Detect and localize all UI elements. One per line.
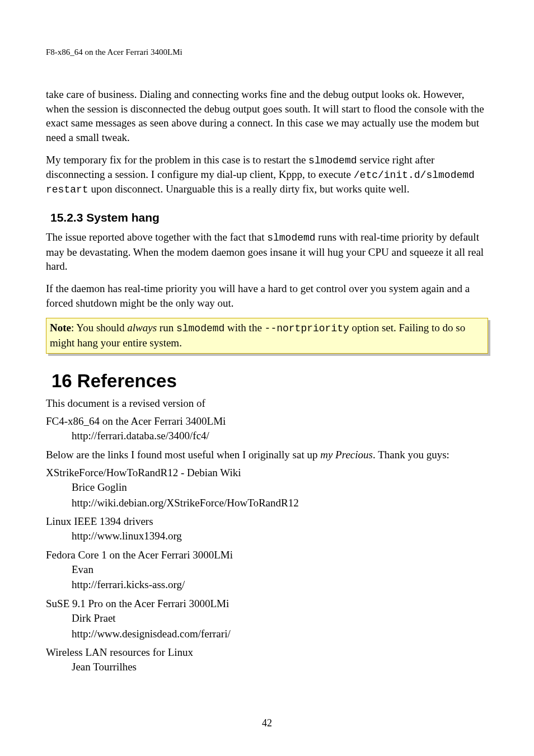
reference-title: SuSE 9.1 Pro on the Acer Ferrari 3000LMi — [46, 598, 488, 610]
text: My temporary fix for the problem in this… — [46, 154, 308, 166]
reference-self: FC4-x86_64 on the Acer Ferrari 3400LMi h… — [46, 415, 488, 443]
section-heading-references: 16 References — [51, 370, 488, 392]
reference-title: Fedora Core 1 on the Acer Ferrari 3000LM… — [46, 549, 488, 561]
reference-url: http://ferrari.kicks-ass.org/ — [72, 577, 488, 592]
note-callout: Note: You should always run slmodemd wit… — [46, 318, 488, 354]
running-header: F8-x86_64 on the Acer Ferrari 3400LMi — [46, 48, 488, 57]
reference-title: XStrikeForce/HowToRandR12 - Debian Wiki — [46, 467, 488, 479]
reference-author: Brice Goglin — [72, 480, 488, 495]
reference-item: Wireless LAN resources for Linux Jean To… — [46, 646, 488, 674]
subsection-heading: 15.2.3 System hang — [50, 211, 488, 224]
reference-author: Jean Tourrilhes — [72, 660, 488, 674]
page-number: 42 — [0, 717, 534, 729]
paragraph-carryover: take care of business. Dialing and conne… — [46, 87, 488, 145]
text: : You should — [71, 322, 127, 334]
text: . Thank you guys: — [373, 449, 449, 461]
reference-title: Wireless LAN resources for Linux — [46, 646, 488, 659]
reference-author: Dirk Praet — [72, 611, 488, 626]
references-intro-a: This document is a revised version of — [46, 397, 488, 410]
inline-code: slmodemd — [308, 155, 357, 166]
inline-code: slmodemd — [267, 232, 315, 243]
reference-item: Fedora Core 1 on the Acer Ferrari 3000LM… — [46, 549, 488, 592]
paragraph-issue: The issue reported above together with t… — [46, 230, 488, 274]
text: The issue reported above together with t… — [46, 231, 267, 243]
note-label: Note — [50, 322, 71, 334]
text: run — [157, 322, 176, 334]
reference-item: XStrikeForce/HowToRandR12 - Debian Wiki … — [46, 467, 488, 510]
reference-author: Evan — [72, 562, 488, 577]
reference-url: http://www.linux1394.org — [72, 529, 488, 543]
page-container: F8-x86_64 on the Acer Ferrari 3400LMi ta… — [0, 0, 534, 756]
emphasis: my Precious — [320, 449, 373, 461]
note-emphasis: always — [127, 322, 157, 334]
reference-url: http://ferrari.databa.se/3400/fc4/ — [72, 429, 488, 443]
reference-item: SuSE 9.1 Pro on the Acer Ferrari 3000LMi… — [46, 598, 488, 641]
text: Below are the links I found most useful … — [46, 449, 320, 461]
text: with the — [224, 322, 264, 334]
inline-code: slmodemd — [176, 323, 224, 334]
reference-url: http://wiki.debian.org/XStrikeForce/HowT… — [72, 496, 488, 510]
reference-title: Linux IEEE 1394 drivers — [46, 515, 488, 528]
reference-url: http://www.designisdead.com/ferrari/ — [72, 627, 488, 641]
paragraph-fix: My temporary fix for the problem in this… — [46, 153, 488, 197]
inline-code: --nortpriority — [265, 323, 349, 334]
reference-title: FC4-x86_64 on the Acer Ferrari 3400LMi — [46, 415, 488, 428]
paragraph-shutdown: If the daemon has real-time priority you… — [46, 281, 488, 310]
text: upon disconnect. Unarguable this is a re… — [88, 183, 410, 195]
references-intro-b: Below are the links I found most useful … — [46, 449, 488, 461]
reference-item: Linux IEEE 1394 drivers http://www.linux… — [46, 515, 488, 543]
